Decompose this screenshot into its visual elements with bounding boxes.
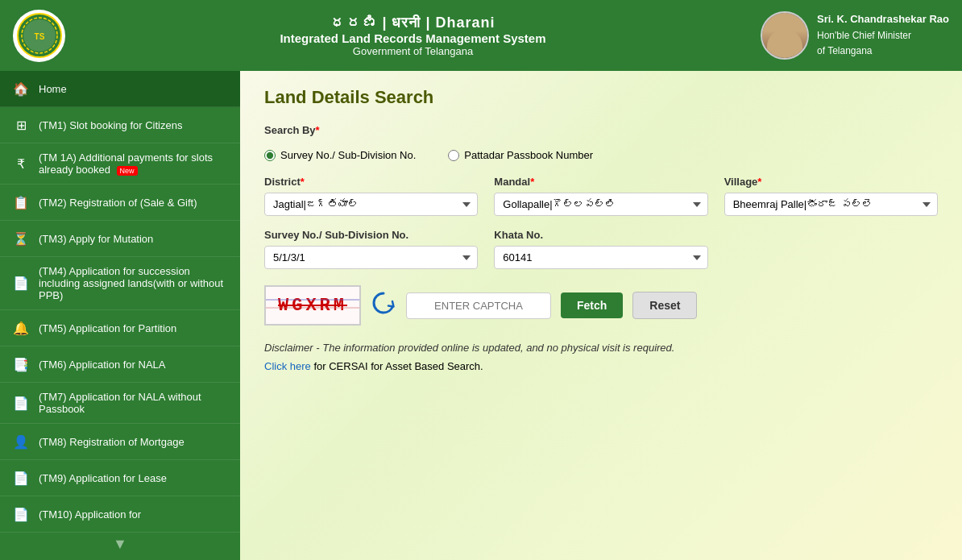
empty-group	[724, 229, 938, 269]
cm-info: Sri. K. Chandrashekar Rao Hon'ble Chief …	[817, 11, 949, 59]
sidebar-label-tm9: (TM9) Application for Lease	[39, 472, 229, 484]
sidebar-label-tm5: (TM5) Application for Partition	[39, 322, 229, 334]
village-label: Village*	[724, 176, 938, 188]
survey-khata-row: Survey No./ Sub-Division No. 5/1/3/1 Kha…	[264, 229, 938, 269]
nala-icon: 📑	[11, 355, 31, 374]
header-title-telugu: ధరణి | धरनी | Dharani	[65, 15, 761, 31]
avatar	[761, 11, 809, 60]
sidebar-item-tm7[interactable]: 📄 (TM7) Application for NALA without Pas…	[0, 383, 240, 424]
sidebar-label-tm6: (TM6) Application for NALA	[39, 359, 229, 371]
survey-label: Survey No./ Sub-Division No.	[264, 229, 478, 241]
sidebar-item-tm1[interactable]: ⊞ (TM1) Slot booking for Citizens	[0, 107, 240, 143]
sidebar-item-tm8[interactable]: 👤 (TM8) Registration of Mortgage	[0, 424, 240, 460]
captcha-text: WGXRM	[278, 296, 347, 316]
cersai-row: Click here for CERSAI for Asset Based Se…	[264, 360, 938, 372]
radio-survey-no[interactable]: Survey No./ Sub-Division No.	[264, 149, 416, 161]
layout: 🏠 Home ⊞ (TM1) Slot booking for Citizens…	[0, 71, 962, 560]
mandal-group: Mandal* Gollapalle|గొల్లపల్లి	[494, 176, 707, 216]
reset-button[interactable]: Reset	[632, 292, 697, 319]
sidebar-label-tm7: (TM7) Application for NALA without Passb…	[39, 391, 229, 415]
radio-passbook-label: Pattadar Passbook Number	[464, 149, 593, 161]
click-here-link[interactable]: Click here	[264, 360, 311, 372]
radio-group: Survey No./ Sub-Division No. Pattadar Pa…	[264, 149, 938, 161]
disclaimer-text: Disclaimer - The information provided on…	[264, 342, 938, 354]
captcha-input[interactable]	[406, 292, 551, 319]
radio-survey-input[interactable]	[264, 150, 276, 161]
page-title: Land Details Search	[264, 87, 938, 108]
scroll-indicator: ▼	[0, 533, 240, 556]
khata-group: Khata No. 60141	[494, 229, 707, 269]
survey-select[interactable]: 5/1/3/1	[264, 246, 478, 269]
mandal-label: Mandal*	[494, 176, 707, 188]
sidebar-label-tm2: (TM2) Registration of (Sale & Gift)	[39, 197, 229, 209]
disclaimer-content: Disclaimer - The information provided on…	[264, 342, 674, 354]
main-content: Land Details Search Search By* Survey No…	[240, 71, 962, 560]
header-center: ధరణి | धरनी | Dharani Integrated Land Re…	[65, 15, 761, 57]
sidebar-item-tm1a[interactable]: ₹ (TM 1A) Additional payments for slots …	[0, 143, 240, 185]
sidebar-label-tm4: (TM4) Application for succession includi…	[39, 265, 229, 301]
svg-text:TS: TS	[34, 32, 44, 41]
header: TS ధరణి | धरनी | Dharani Integrated Land…	[0, 0, 962, 71]
grid-icon: ⊞	[11, 115, 31, 135]
succession-icon: 📄	[11, 274, 31, 293]
sidebar-item-tm6[interactable]: 📑 (TM6) Application for NALA	[0, 346, 240, 383]
rupee-icon: ₹	[11, 154, 31, 173]
fetch-button[interactable]: Fetch	[561, 292, 623, 318]
tm10-icon: 📄	[11, 504, 31, 524]
sidebar-item-tm10[interactable]: 📄 (TM10) Application for	[0, 496, 240, 533]
refresh-captcha-button[interactable]	[371, 290, 396, 321]
cm-state: of Telangana	[817, 44, 949, 59]
cm-title: Hon'ble Chief Minister	[817, 28, 949, 44]
logo: TS	[13, 10, 65, 62]
required-mark: *	[316, 124, 320, 136]
sidebar-label-tm3: (TM3) Apply for Mutation	[39, 233, 229, 245]
radio-passbook[interactable]: Pattadar Passbook Number	[448, 149, 593, 161]
nala-passbook-icon: 📄	[11, 393, 31, 413]
sidebar-label-tm1: (TM1) Slot booking for Citizens	[39, 119, 229, 131]
header-right: Sri. K. Chandrashekar Rao Hon'ble Chief …	[761, 11, 949, 60]
sidebar-item-tm2[interactable]: 📋 (TM2) Registration of (Sale & Gift)	[0, 185, 240, 221]
khata-select[interactable]: 60141	[494, 246, 707, 269]
cersai-text: for CERSAI for Asset Based Search.	[313, 360, 483, 372]
survey-group: Survey No./ Sub-Division No. 5/1/3/1	[264, 229, 478, 269]
sidebar-label-tm10: (TM10) Application for	[39, 508, 229, 521]
search-by-row: Search By*	[264, 124, 938, 136]
header-title-english: Integrated Land Records Management Syste…	[65, 31, 761, 45]
sidebar-label-home: Home	[39, 83, 229, 95]
captcha-row: WGXRM Fetch Reset	[264, 285, 938, 326]
radio-passbook-input[interactable]	[448, 150, 459, 161]
new-badge: New	[117, 166, 138, 176]
sidebar-item-tm3[interactable]: ⏳ (TM3) Apply for Mutation	[0, 221, 240, 257]
sidebar-item-tm5[interactable]: 🔔 (TM5) Application for Partition	[0, 310, 240, 346]
sidebar-item-home[interactable]: 🏠 Home	[0, 71, 240, 107]
village-group: Village* Bheemraj Palle|భీంరాజ్ పల్లె	[724, 176, 938, 216]
captcha-image: WGXRM	[264, 285, 361, 326]
partition-icon: 🔔	[11, 318, 31, 338]
mortgage-icon: 👤	[11, 432, 31, 451]
khata-label: Khata No.	[494, 229, 707, 241]
cm-name: Sri. K. Chandrashekar Rao	[817, 11, 949, 28]
sidebar-item-tm4[interactable]: 📄 (TM4) Application for succession inclu…	[0, 257, 240, 310]
header-subtitle: Government of Telangana	[65, 45, 761, 57]
home-icon: 🏠	[11, 79, 31, 98]
lease-icon: 📄	[11, 468, 31, 487]
radio-survey-label: Survey No./ Sub-Division No.	[280, 149, 416, 161]
district-select[interactable]: Jagtial|జగ్తియాల్	[264, 193, 478, 216]
sidebar-label-tm8: (TM8) Registration of Mortgage	[39, 436, 229, 448]
district-label: District*	[264, 176, 478, 188]
search-by-label: Search By*	[264, 124, 320, 136]
sidebar-label-tm1a: (TM 1A) Additional payments for slots al…	[39, 151, 229, 176]
district-group: District* Jagtial|జగ్తియాల్	[264, 176, 478, 216]
mandal-select[interactable]: Gollapalle|గొల్లపల్లి	[494, 193, 707, 216]
search-form: Search By* Survey No./ Sub-Division No. …	[264, 124, 938, 372]
registration-icon: 📋	[11, 193, 31, 212]
sidebar: 🏠 Home ⊞ (TM1) Slot booking for Citizens…	[0, 71, 240, 560]
village-select[interactable]: Bheemraj Palle|భీంరాజ్ పల్లె	[724, 193, 938, 216]
mutation-icon: ⏳	[11, 229, 31, 248]
district-mandal-village-row: District* Jagtial|జగ్తియాల్ Mandal* Goll…	[264, 176, 938, 216]
sidebar-item-tm9[interactable]: 📄 (TM9) Application for Lease	[0, 460, 240, 496]
